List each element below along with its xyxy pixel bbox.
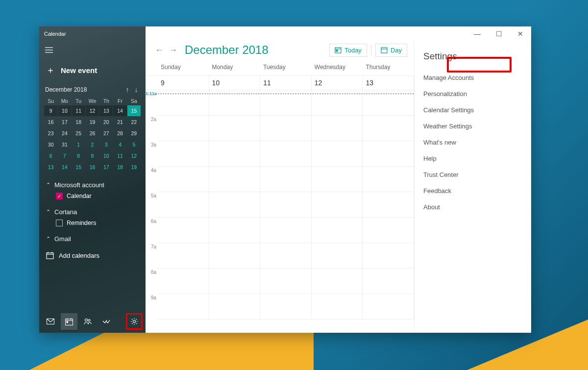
mail-icon[interactable]: [42, 313, 59, 330]
grid-cell[interactable]: [312, 269, 363, 294]
mini-day-cell[interactable]: 16: [86, 162, 99, 173]
view-day-button[interactable]: Day: [375, 44, 407, 57]
grid-cell[interactable]: [209, 167, 261, 192]
grid-cell[interactable]: [363, 294, 414, 320]
mini-day-cell[interactable]: 9: [44, 105, 57, 116]
mini-day-cell[interactable]: 17: [99, 162, 113, 173]
grid-cell[interactable]: [312, 294, 363, 320]
mini-day-cell[interactable]: 14: [113, 105, 126, 116]
mini-day-cell[interactable]: 21: [113, 117, 126, 127]
grid-cell[interactable]: [363, 141, 414, 167]
grid-cell[interactable]: [158, 167, 209, 192]
grid-cell[interactable]: [209, 116, 261, 141]
mini-prev-month[interactable]: ↑: [123, 86, 132, 94]
grid-cell[interactable]: [209, 218, 261, 243]
mini-day-cell[interactable]: 13: [99, 105, 113, 116]
mini-day-cell[interactable]: 5: [127, 139, 141, 150]
mini-day-cell[interactable]: 8: [72, 150, 85, 161]
settings-item-personalization[interactable]: Personalization: [423, 86, 522, 102]
mini-day-cell[interactable]: 15: [127, 105, 141, 116]
mini-day-cell[interactable]: 19: [127, 162, 141, 173]
mini-day-cell[interactable]: 28: [113, 128, 126, 139]
people-icon[interactable]: [79, 313, 96, 330]
grid-cell[interactable]: [260, 192, 312, 218]
settings-item-feedback[interactable]: Feedback: [423, 183, 522, 199]
mini-day-cell[interactable]: 12: [86, 105, 99, 116]
mini-day-cell[interactable]: 11: [113, 150, 126, 161]
grid-cell[interactable]: [158, 192, 209, 218]
account-section-header[interactable]: ⌃Cortana: [46, 208, 139, 216]
account-section-header[interactable]: ⌃Gmail: [46, 235, 139, 243]
grid-cell[interactable]: [209, 294, 261, 320]
date-label[interactable]: 11: [260, 76, 312, 90]
calendar-icon[interactable]: [61, 313, 77, 330]
mini-day-cell[interactable]: 10: [58, 105, 71, 116]
grid-cell[interactable]: [260, 243, 312, 269]
settings-item-about[interactable]: About: [423, 199, 522, 215]
day-grid[interactable]: 1:11a 2a3a4a5a6a7a8a9a: [146, 90, 414, 333]
todo-icon[interactable]: [98, 313, 115, 330]
mini-day-cell[interactable]: 24: [58, 128, 71, 139]
close-button[interactable]: ✕: [510, 26, 531, 41]
mini-day-cell[interactable]: 4: [113, 139, 126, 150]
grid-cell[interactable]: [312, 218, 363, 243]
grid-cell[interactable]: [209, 141, 261, 167]
grid-cell[interactable]: [209, 243, 261, 269]
calendar-checkbox-item[interactable]: ✓Calendar: [46, 189, 139, 200]
grid-cell[interactable]: [363, 218, 414, 243]
calendar-checkbox-item[interactable]: Reminders: [46, 216, 139, 227]
prev-week-button[interactable]: ←: [152, 43, 166, 57]
grid-cell[interactable]: [312, 141, 363, 167]
grid-cell[interactable]: [363, 192, 414, 218]
mini-day-cell[interactable]: 29: [127, 128, 141, 139]
mini-day-cell[interactable]: 2: [86, 139, 99, 150]
grid-cell[interactable]: [312, 116, 363, 141]
mini-day-cell[interactable]: 10: [99, 150, 113, 161]
grid-cell[interactable]: [363, 167, 414, 192]
mini-day-cell[interactable]: 16: [44, 117, 57, 127]
mini-day-cell[interactable]: 3: [99, 139, 113, 150]
grid-cell[interactable]: [260, 269, 312, 294]
grid-cell[interactable]: [158, 116, 209, 141]
grid-cell[interactable]: [312, 192, 363, 218]
mini-day-cell[interactable]: 15: [72, 162, 85, 173]
grid-cell[interactable]: [363, 269, 414, 294]
mini-day-cell[interactable]: 9: [86, 150, 99, 161]
grid-cell[interactable]: [363, 243, 414, 269]
next-week-button[interactable]: →: [166, 43, 180, 57]
maximize-button[interactable]: ☐: [488, 26, 510, 41]
grid-cell[interactable]: [209, 192, 261, 218]
mini-day-cell[interactable]: 6: [44, 150, 57, 161]
grid-cell[interactable]: [260, 141, 312, 167]
add-calendars-button[interactable]: Add calendars: [39, 247, 146, 263]
mini-day-cell[interactable]: 12: [127, 150, 141, 161]
mini-day-cell[interactable]: 22: [127, 117, 141, 127]
settings-item-what-s-new[interactable]: What's new: [423, 134, 522, 150]
mini-day-cell[interactable]: 23: [44, 128, 57, 139]
settings-item-trust-center[interactable]: Trust Center: [423, 167, 522, 183]
settings-gear-icon[interactable]: [126, 313, 143, 330]
mini-next-month[interactable]: ↓: [132, 86, 141, 94]
mini-day-cell[interactable]: 14: [58, 162, 71, 173]
mini-day-cell[interactable]: 19: [86, 117, 99, 127]
mini-day-cell[interactable]: 18: [72, 117, 85, 127]
mini-day-cell[interactable]: 30: [44, 139, 57, 150]
grid-cell[interactable]: [260, 167, 312, 192]
grid-cell[interactable]: [158, 294, 209, 320]
mini-day-cell[interactable]: 13: [44, 162, 57, 173]
grid-cell[interactable]: [260, 218, 312, 243]
mini-day-cell[interactable]: 26: [86, 128, 99, 139]
mini-day-cell[interactable]: 7: [58, 150, 71, 161]
settings-item-calendar-settings[interactable]: Calendar Settings: [423, 102, 522, 118]
grid-cell[interactable]: [260, 294, 312, 320]
settings-item-manage-accounts[interactable]: Manage Accounts: [423, 70, 522, 86]
mini-day-cell[interactable]: 25: [72, 128, 85, 139]
new-event-button[interactable]: ＋ New event: [39, 58, 146, 82]
date-label[interactable]: 10: [209, 76, 261, 90]
mini-day-cell[interactable]: 20: [99, 117, 113, 127]
settings-item-help[interactable]: Help: [423, 150, 522, 167]
today-button[interactable]: Today: [329, 44, 367, 57]
grid-cell[interactable]: [363, 116, 414, 141]
grid-cell[interactable]: [312, 243, 363, 269]
mini-day-cell[interactable]: 1: [72, 139, 85, 150]
